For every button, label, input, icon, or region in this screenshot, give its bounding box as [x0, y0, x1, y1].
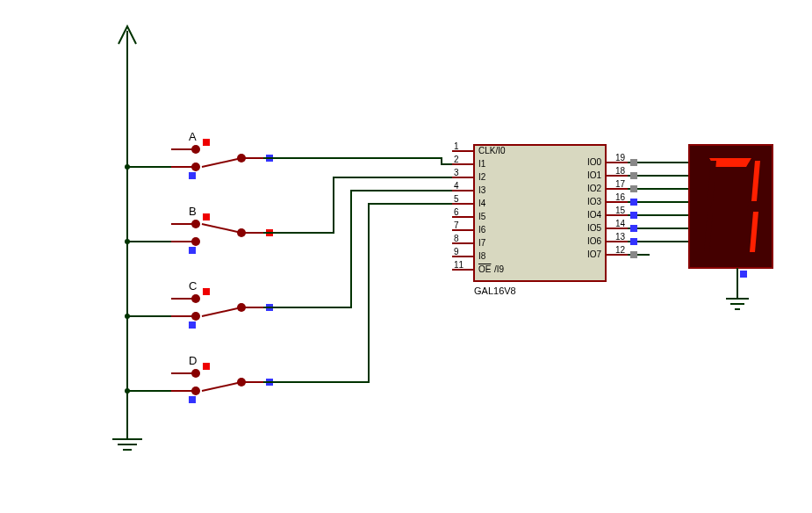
- pin-name: /I9: [494, 264, 505, 274]
- pin-name: CLK/I0: [478, 146, 506, 155]
- svg-rect-74: [630, 172, 637, 179]
- svg-point-33: [191, 312, 200, 321]
- pin-name: I8: [478, 251, 486, 261]
- svg-rect-76: [630, 185, 637, 192]
- switch-label: C: [189, 279, 197, 293]
- pin-name: OE: [478, 264, 492, 274]
- pin-num: 14: [615, 219, 626, 228]
- switch-label: A: [189, 130, 197, 143]
- svg-rect-72: [630, 159, 637, 166]
- pin-num: 18: [615, 166, 626, 176]
- svg-point-34: [191, 294, 200, 303]
- pin-name: IO3: [587, 197, 602, 206]
- pin-name: I3: [478, 185, 486, 195]
- svg-rect-49: [203, 363, 210, 370]
- svg-rect-28: [189, 247, 196, 254]
- pin-name: I7: [478, 238, 486, 248]
- svg-rect-84: [630, 238, 637, 245]
- pin-name: IO6: [587, 236, 602, 246]
- svg-point-11: [191, 163, 200, 171]
- svg-line-13: [202, 158, 241, 167]
- svg-rect-39: [189, 322, 196, 329]
- svg-marker-94: [710, 202, 749, 211]
- input-nets: [263, 158, 452, 382]
- pin-num: 6: [454, 207, 459, 217]
- switch-C[interactable]: C: [127, 279, 273, 329]
- pin-num: 5: [454, 194, 459, 204]
- svg-rect-50: [189, 396, 196, 403]
- pin-name: I6: [478, 225, 486, 235]
- switch-D[interactable]: D: [127, 354, 273, 403]
- pin-num: 1: [454, 141, 459, 151]
- pin-num: 15: [615, 206, 626, 215]
- pin-num: 13: [615, 232, 626, 242]
- pin-name: IO4: [587, 210, 602, 220]
- pin-num: 9: [454, 247, 459, 256]
- switch-label: D: [189, 354, 197, 367]
- chip-ref: GAL16V8: [474, 285, 516, 296]
- switches-group: A B: [127, 130, 273, 403]
- pin-name: IO5: [587, 223, 602, 233]
- pin-name: IO1: [587, 170, 602, 180]
- pin-num: 19: [615, 153, 626, 163]
- pin-num: 16: [615, 192, 626, 202]
- svg-rect-38: [203, 288, 210, 295]
- chip-gal16v8: GAL16V8 1CLK/I02I13I24I35I46I57I68I79I81…: [452, 141, 628, 296]
- svg-line-35: [202, 307, 241, 316]
- svg-point-12: [191, 145, 200, 154]
- switch-B[interactable]: B: [127, 205, 273, 254]
- pin-name: IO7: [587, 249, 602, 259]
- pin-name: I4: [478, 199, 486, 208]
- schematic-canvas: A B: [0, 0, 812, 513]
- pin-num: 17: [615, 179, 626, 189]
- svg-point-23: [191, 220, 200, 228]
- pin-num: 4: [454, 181, 459, 191]
- svg-line-46: [202, 382, 241, 391]
- pin-num: 7: [454, 220, 459, 230]
- svg-rect-96: [740, 271, 747, 278]
- svg-rect-16: [203, 139, 210, 146]
- svg-point-45: [191, 369, 200, 378]
- svg-rect-80: [630, 212, 637, 219]
- output-nets: [628, 159, 689, 258]
- pin-num: 12: [615, 245, 626, 255]
- svg-marker-91: [706, 246, 748, 255]
- svg-line-24: [202, 224, 241, 233]
- svg-rect-86: [630, 251, 637, 258]
- pin-name: I1: [478, 159, 486, 169]
- pin-num: 3: [454, 168, 459, 177]
- svg-rect-17: [189, 172, 196, 179]
- svg-point-22: [191, 237, 200, 246]
- pin-name: IO0: [587, 157, 602, 167]
- pin-name: IO2: [587, 184, 602, 193]
- pin-num: 2: [454, 155, 459, 164]
- vcc-rail: [112, 26, 142, 450]
- pin-num: 8: [454, 234, 459, 243]
- svg-rect-52: [474, 145, 606, 281]
- seven-segment-display: [689, 145, 772, 309]
- switch-label: B: [189, 205, 197, 218]
- pin-name: I2: [478, 172, 486, 182]
- pin-num: 11: [454, 260, 464, 270]
- svg-rect-27: [203, 213, 210, 220]
- svg-rect-82: [630, 225, 637, 232]
- pin-name: I5: [478, 212, 486, 221]
- switch-A[interactable]: A: [127, 130, 273, 179]
- svg-point-44: [191, 387, 200, 395]
- svg-rect-78: [630, 199, 637, 206]
